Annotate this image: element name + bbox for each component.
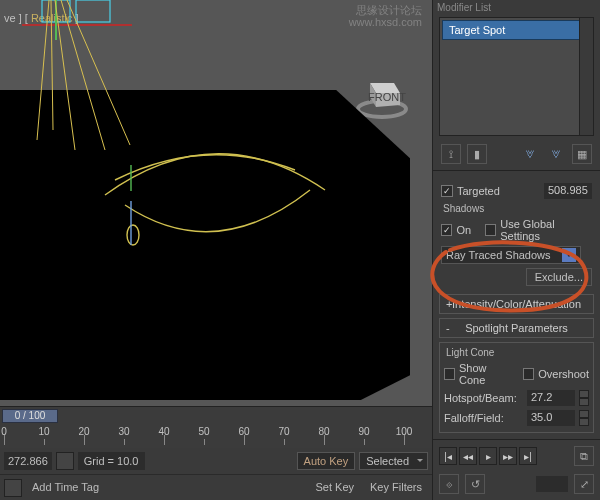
time-config-icon[interactable]: ⧉ xyxy=(574,446,594,466)
scene-object-box xyxy=(0,90,410,400)
nav-icon-3[interactable]: ⤢ xyxy=(574,474,594,494)
shadows-on-checkbox[interactable]: ✓ xyxy=(441,224,452,236)
targeted-value[interactable]: 508.985 xyxy=(544,183,592,199)
scrollbar[interactable] xyxy=(579,18,593,135)
lock-selection-icon[interactable] xyxy=(56,452,74,470)
falloff-spinner[interactable] xyxy=(579,410,589,426)
nav-icon-2[interactable]: ↺ xyxy=(465,474,485,494)
auto-key-button[interactable]: Auto Key xyxy=(297,452,356,470)
modifier-stack[interactable]: Target Spot xyxy=(439,17,594,136)
show-cone-label: Show Cone xyxy=(459,362,510,386)
chevron-down-icon xyxy=(562,248,576,262)
falloff-field[interactable]: 35.0 xyxy=(527,410,575,426)
set-key-button[interactable]: Set Key xyxy=(310,479,361,497)
playback-controls: |◂ ◂◂ ▸ ▸▸ ▸| xyxy=(439,447,537,465)
key-filters-button[interactable]: Key Filters xyxy=(364,479,428,497)
hotspot-label: Hotspot/Beam: xyxy=(444,392,517,404)
use-global-label: Use Global Settings xyxy=(500,218,592,242)
add-time-tag-button[interactable]: Add Time Tag xyxy=(26,479,105,497)
use-global-checkbox[interactable] xyxy=(485,224,496,236)
viewcube[interactable]: FRONT xyxy=(354,65,410,121)
coord-readout: 272.866 xyxy=(4,452,52,470)
prev-frame-icon[interactable]: ◂◂ xyxy=(459,447,477,465)
rollout-spotlight[interactable]: -Spotlight Parameters xyxy=(439,318,594,338)
hotspot-field[interactable]: 27.2 xyxy=(527,390,575,406)
script-listener-icon[interactable] xyxy=(4,479,22,497)
nav-icon-1[interactable]: ⟐ xyxy=(439,474,459,494)
next-frame-icon[interactable]: ▸▸ xyxy=(499,447,517,465)
falloff-label: Falloff/Field: xyxy=(444,412,504,424)
pin-stack-icon[interactable]: ⟟ xyxy=(441,144,461,164)
watermark: 思缘设计论坛 www.hxsd.com xyxy=(349,4,422,28)
light-cone-label: Light Cone xyxy=(442,345,591,360)
viewport-area: 思缘设计论坛 www.hxsd.com ve ] [ Realistic ] xyxy=(0,0,432,500)
key-mode-dropdown[interactable]: Selected xyxy=(359,452,428,470)
show-end-result-icon[interactable]: ▮ xyxy=(467,144,487,164)
rollout-intensity[interactable]: +Intensity/Color/Attenuation xyxy=(439,294,594,314)
modifier-list-label: Modifier List xyxy=(433,0,600,15)
configure-sets-icon[interactable]: ▦ xyxy=(572,144,592,164)
watermark-line2: www.hxsd.com xyxy=(349,16,422,28)
remove-modifier-icon[interactable]: ⩔ xyxy=(546,144,566,164)
play-icon[interactable]: ▸ xyxy=(479,447,497,465)
command-panel: Modifier List Target Spot ⟟ ▮ ⩔ ⩔ ▦ ✓ Ta… xyxy=(432,0,600,500)
viewcube-front-label: FRONT xyxy=(368,91,406,103)
make-unique-icon[interactable]: ⩔ xyxy=(520,144,540,164)
targeted-checkbox[interactable]: ✓ xyxy=(441,185,453,197)
modifier-stack-item[interactable]: Target Spot xyxy=(442,20,591,40)
transform-gizmo-icon xyxy=(22,0,132,50)
current-frame-field[interactable] xyxy=(536,476,568,492)
goto-end-icon[interactable]: ▸| xyxy=(519,447,537,465)
overshoot-label: Overshoot xyxy=(538,368,589,380)
watermark-line1: 思缘设计论坛 xyxy=(349,4,422,16)
timeline-ruler[interactable]: 0 10 20 30 40 50 60 70 80 90 100 xyxy=(0,425,432,445)
shadows-group-label: Shadows xyxy=(439,201,594,216)
timeline[interactable]: 0 / 100 0 10 20 30 40 50 60 70 80 90 100 xyxy=(0,406,432,448)
goto-start-icon[interactable]: |◂ xyxy=(439,447,457,465)
shadows-on-label: On xyxy=(456,224,471,236)
overshoot-checkbox[interactable] xyxy=(523,368,534,380)
grid-readout: Grid = 10.0 xyxy=(78,452,145,470)
svg-rect-1 xyxy=(76,0,110,22)
show-cone-checkbox[interactable] xyxy=(444,368,455,380)
viewport-3d[interactable]: ve ] [ Realistic ] FRONT xyxy=(0,0,432,406)
exclude-button[interactable]: Exclude... xyxy=(526,268,592,286)
shadow-type-dropdown[interactable]: Ray Traced Shadows xyxy=(441,246,581,264)
shadow-type-value: Ray Traced Shadows xyxy=(446,249,551,261)
targeted-label: Targeted xyxy=(457,185,500,197)
hotspot-spinner[interactable] xyxy=(579,390,589,406)
status-bar: 272.866 Grid = 10.0 Auto Key Selected Ad… xyxy=(0,448,432,500)
time-slider[interactable]: 0 / 100 xyxy=(2,409,58,423)
